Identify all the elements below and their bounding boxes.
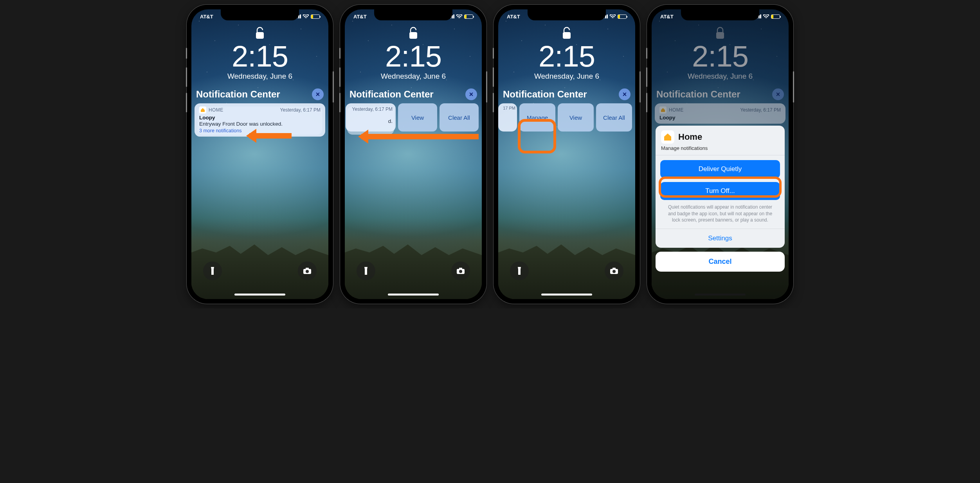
manage-sheet: Home Manage notifications Deliver Quietl… [656, 126, 785, 272]
notif-title: Loopy [199, 115, 321, 121]
home-app-icon [199, 106, 206, 114]
home-indicator[interactable] [234, 294, 285, 296]
swipe-action-clear-all[interactable]: Clear All [440, 103, 479, 132]
swipe-action-view[interactable]: View [558, 103, 594, 132]
device-frame-3: AT&T 2:15 Wednesday, June 6 Notification… [494, 5, 640, 304]
carrier-label: AT&T [353, 14, 367, 20]
home-indicator[interactable] [541, 294, 592, 296]
flashlight-button[interactable] [203, 261, 222, 280]
svg-rect-2 [306, 268, 309, 270]
cancel-button[interactable]: Cancel [656, 252, 785, 272]
lock-time: 2:15 [345, 41, 482, 71]
notification-card[interactable]: HOME Yesterday, 6:17 PM Loopy Entryway F… [195, 103, 325, 137]
notif-more: 3 more notifications [199, 128, 321, 133]
camera-button[interactable] [605, 261, 623, 280]
svg-point-3 [306, 270, 309, 273]
carrier-label: AT&T [507, 14, 520, 20]
svg-rect-4 [409, 32, 417, 39]
device-frame-2: AT&T 2:15 Wednesday, June 6 Notification… [340, 5, 486, 304]
screen-4: AT&T 2:15 Wednesday, June 6 Notification… [652, 9, 789, 299]
turn-off-button[interactable]: Turn Off... [660, 182, 780, 200]
nc-title: Notification Center [349, 89, 434, 100]
notch [528, 9, 606, 20]
svg-point-11 [612, 270, 616, 273]
screen-3: AT&T 2:15 Wednesday, June 6 Notification… [498, 9, 635, 299]
nc-close-button[interactable]: × [465, 88, 477, 100]
swipe-action-clear-all[interactable]: Clear All [596, 103, 632, 132]
home-indicator[interactable] [388, 294, 439, 296]
notch [681, 9, 759, 20]
notif-timestamp: Yesterday, 6:17 PM [349, 106, 393, 112]
wifi-icon [303, 14, 309, 19]
flashlight-button[interactable] [357, 261, 375, 280]
wifi-icon [763, 14, 769, 19]
carrier-label: AT&T [200, 14, 213, 20]
device-frame-1: AT&T 2:15 Wednesday, June 6 Notification… [187, 5, 333, 304]
notif-timestamp: Yesterday, 6:17 PM [280, 107, 321, 113]
flashlight-button[interactable] [510, 261, 529, 280]
device-frame-4: AT&T 2:15 Wednesday, June 6 Notification… [647, 5, 793, 304]
battery-icon [618, 14, 627, 19]
notif-body: Entryway Front Door was unlocked. [199, 121, 321, 127]
nc-title: Notification Center [196, 89, 280, 100]
swipe-action-view[interactable]: View [398, 103, 437, 132]
screen-2: AT&T 2:15 Wednesday, June 6 Notification… [345, 9, 482, 299]
svg-rect-6 [459, 268, 462, 270]
lock-time: 2:15 [498, 41, 635, 71]
lock-date: Wednesday, June 6 [345, 72, 482, 81]
carrier-label: AT&T [660, 14, 674, 20]
svg-rect-0 [256, 32, 264, 39]
unlock-icon [562, 27, 572, 40]
screen-1: AT&T 2:15 Wednesday, June 6 Notification… [191, 9, 328, 299]
swipe-action-manage[interactable]: Manage [519, 103, 555, 132]
wifi-icon [610, 14, 616, 19]
annotation-arrow [361, 134, 479, 139]
lock-date: Wednesday, June 6 [191, 72, 328, 81]
battery-icon [771, 14, 780, 19]
svg-point-7 [459, 270, 462, 273]
unlock-icon [408, 27, 418, 40]
lock-date: Wednesday, June 6 [498, 72, 635, 81]
sheet-subtitle: Manage notifications [656, 145, 785, 155]
notif-ts-fragment: 17 PM [500, 106, 515, 110]
notif-app-label: HOME [209, 107, 223, 113]
svg-rect-8 [563, 32, 571, 39]
sheet-note: Quiet notifications will appear in notif… [660, 204, 780, 225]
nc-close-button[interactable]: × [619, 88, 631, 100]
unlock-icon [255, 27, 265, 40]
nc-close-button[interactable]: × [312, 88, 324, 100]
annotation-arrow [249, 133, 292, 139]
home-app-icon [661, 130, 674, 144]
notch [221, 9, 299, 20]
battery-icon [464, 14, 473, 19]
notification-card-swiped[interactable]: Yesterday, 6:17 PM d. [346, 103, 396, 132]
camera-button[interactable] [451, 261, 470, 280]
wifi-icon [456, 14, 462, 19]
notification-card-swiped[interactable]: 17 PM [498, 103, 517, 132]
deliver-quietly-button[interactable]: Deliver Quietly [660, 160, 780, 178]
lock-time: 2:15 [191, 41, 328, 71]
notif-body-fragment: d. [349, 118, 393, 124]
nc-title: Notification Center [503, 89, 587, 100]
notch [374, 9, 452, 20]
battery-icon [311, 14, 320, 19]
camera-button[interactable] [298, 261, 317, 280]
settings-button[interactable]: Settings [656, 229, 785, 248]
sheet-app-title: Home [678, 132, 702, 142]
svg-rect-10 [612, 268, 616, 270]
